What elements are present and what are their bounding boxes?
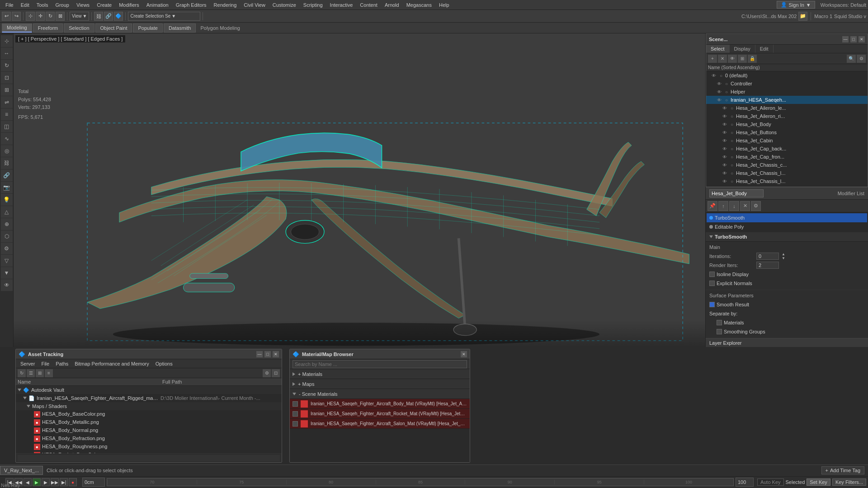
scene-close[interactable]: ✕ xyxy=(859,36,865,42)
asset-close-btn[interactable]: ✕ xyxy=(273,351,279,357)
material-item-0[interactable]: Iranian_HESA_Saeqeh_Fighter_Aircraft_Bod… xyxy=(290,399,470,409)
tool-link[interactable]: ⛓ xyxy=(1,157,13,169)
tool-unlink[interactable]: 🔗 xyxy=(1,169,13,181)
texture-item-3[interactable]: ■HESA_Body_Refraction.png xyxy=(16,435,282,443)
tool-filter2[interactable]: ▼ xyxy=(1,267,13,279)
freeze-icon[interactable]: ○ xyxy=(729,138,735,143)
menu-views[interactable]: Views xyxy=(73,1,93,9)
tool-filter[interactable]: ▽ xyxy=(1,255,13,267)
scene-maximize[interactable]: □ xyxy=(850,36,857,42)
tool-camera[interactable]: 📷 xyxy=(1,182,13,193)
freeze-icon[interactable]: ○ xyxy=(729,179,735,184)
scene-item-11[interactable]: 👁○Hesa_Jet_Chassis_c... xyxy=(706,161,868,169)
menu-rendering[interactable]: Rendering xyxy=(210,1,241,9)
menu-customize[interactable]: Customize xyxy=(269,1,300,9)
tool-rotate[interactable]: ↻ xyxy=(1,60,13,71)
visibility-icon[interactable]: 👁 xyxy=(716,89,722,94)
asset-tb-list[interactable]: ☰ xyxy=(27,369,35,377)
tool-geom[interactable]: ⬡ xyxy=(1,230,13,242)
toolbar-rotate[interactable]: ↻ xyxy=(46,12,55,21)
asset-menu-bitmap[interactable]: Bitmap Performance and Memory xyxy=(72,361,151,367)
tool-select-obj[interactable]: ⊹ xyxy=(1,35,13,47)
scene-item-13[interactable]: 👁○Hesa_Jet_Chassis_l... xyxy=(706,177,868,185)
asset-maximize-btn[interactable]: □ xyxy=(264,351,271,357)
asset-menu-file[interactable]: File xyxy=(38,361,52,367)
modifier-turbosmooth[interactable]: TurboSmooth xyxy=(707,213,867,222)
scene-item-7[interactable]: 👁○Hesa_Jet_Buttons xyxy=(706,128,868,136)
transport-record[interactable]: ● xyxy=(69,478,77,486)
asset-list[interactable]: 🔷 Autodesk Vault 📄 Iranian_HESA_Saeqeh_F… xyxy=(16,386,282,453)
transport-prev[interactable]: ◀ xyxy=(24,478,32,486)
scene-tab-select[interactable]: Select xyxy=(706,45,730,53)
scene-item-9[interactable]: 👁○Hesa_Jet_Cap_back... xyxy=(706,145,868,153)
asset-tb-details[interactable]: ≡ xyxy=(45,369,53,377)
smooth-result-checkbox[interactable] xyxy=(709,302,715,307)
menu-file[interactable]: File xyxy=(2,1,17,9)
mod-tb-move-down[interactable]: ↓ xyxy=(729,201,739,211)
asset-menu-options[interactable]: Options xyxy=(153,361,175,367)
scene-list[interactable]: 👁○0 (default)👁○Controller👁○Helper👁○Irani… xyxy=(706,71,868,187)
tool-light[interactable]: 💡 xyxy=(1,194,13,206)
scene-item-8[interactable]: 👁○Hesa_Jet_Cabin xyxy=(706,136,868,145)
menu-create[interactable]: Create xyxy=(93,1,115,9)
menu-scripting[interactable]: Scripting xyxy=(300,1,326,9)
tab-datasmith[interactable]: Datasmith xyxy=(164,23,196,33)
scene-item-3[interactable]: 👁○Iranian_HESA_Saeqeh... xyxy=(706,96,868,104)
menu-group[interactable]: Group xyxy=(52,1,73,9)
render-iters-input[interactable] xyxy=(756,262,779,269)
tool-layer[interactable]: ◫ xyxy=(1,121,13,132)
asset-tb-refresh[interactable]: ↻ xyxy=(18,369,26,377)
mod-tb-pin[interactable]: 📌 xyxy=(708,201,717,211)
texture-item-1[interactable]: ■HESA_Body_Metallic.png xyxy=(16,418,282,427)
tab-populate[interactable]: Populate xyxy=(133,23,162,33)
tool-scale[interactable]: ⊡ xyxy=(1,72,13,84)
scene-item-5[interactable]: 👁○Hesa_Jet_Aileron_ri... xyxy=(706,112,868,120)
freeze-icon[interactable]: ○ xyxy=(729,146,735,151)
scene-minimize[interactable]: — xyxy=(842,36,849,42)
iterations-arrows[interactable]: ▲ ▼ xyxy=(782,252,785,260)
main-file-item[interactable]: 📄 Iranian_HESA_Saeqeh_Fighter_Aircraft_R… xyxy=(16,394,282,402)
autodesk-vault-group[interactable]: 🔷 Autodesk Vault xyxy=(16,386,282,394)
maps-section[interactable]: + Maps xyxy=(290,379,470,389)
asset-tb-icons[interactable]: ⊞ xyxy=(36,369,44,377)
tab-modeling[interactable]: Modeling xyxy=(2,23,32,33)
visibility-icon[interactable]: 👁 xyxy=(722,155,728,160)
scene-tb-filter[interactable]: ⊞ xyxy=(738,55,747,63)
tool-align[interactable]: ≡ xyxy=(1,108,13,120)
sign-in-button[interactable]: 👤 Sign In ▼ xyxy=(777,1,815,9)
tool-move[interactable]: ↔ xyxy=(1,47,13,59)
menu-tools[interactable]: Tools xyxy=(33,1,52,9)
scene-tab-edit[interactable]: Edit xyxy=(755,45,774,53)
mod-tb-configure[interactable]: ⚙ xyxy=(751,201,761,211)
mod-tb-move-up[interactable]: ↑ xyxy=(718,201,728,211)
scene-item-2[interactable]: 👁○Helper xyxy=(706,88,868,96)
freeze-icon[interactable]: ○ xyxy=(718,73,724,78)
smoothing-groups-checkbox[interactable] xyxy=(717,329,722,334)
scene-tb-hide[interactable]: 👁 xyxy=(728,55,737,63)
modifier-editable-poly[interactable]: Editable Poly xyxy=(707,222,867,231)
view-dropdown[interactable]: View ▼ xyxy=(70,12,89,21)
scene-item-10[interactable]: 👁○Hesa_Jet_Cap_fron... xyxy=(706,153,868,161)
iter-down[interactable]: ▼ xyxy=(782,256,785,260)
timeline-bar[interactable]: 70 75 80 85 90 95 100 xyxy=(107,478,734,486)
menu-graph-editors[interactable]: Graph Editors xyxy=(172,1,210,9)
visibility-icon[interactable]: 👁 xyxy=(722,171,728,176)
visibility-icon[interactable]: 👁 xyxy=(722,146,728,151)
scene-item-0[interactable]: 👁○0 (default) xyxy=(706,71,868,80)
tool-system[interactable]: ⚙ xyxy=(1,243,13,254)
tool-helper[interactable]: ⊕ xyxy=(1,218,13,230)
menu-interactive[interactable]: Interactive xyxy=(326,1,357,9)
visibility-icon[interactable]: 👁 xyxy=(722,130,728,135)
visibility-icon[interactable]: 👁 xyxy=(722,138,728,143)
material-item-1[interactable]: Iranian_HESA_Saeqeh_Fighter_Aircraft_Roc… xyxy=(290,409,470,419)
transport-play[interactable]: ▶ xyxy=(33,478,41,486)
scene-item-4[interactable]: 👁○Hesa_Jet_Aileron_le... xyxy=(706,104,868,112)
browse-folder[interactable]: 📁 xyxy=(798,12,807,21)
mod-tb-delete[interactable]: ✕ xyxy=(740,201,750,211)
visibility-icon[interactable]: 👁 xyxy=(722,179,728,184)
transport-last[interactable]: ▶| xyxy=(60,478,68,486)
scene-item-6[interactable]: 👁○Hesa_Jet_Body xyxy=(706,120,868,128)
scene-search-btn[interactable]: 🔍 xyxy=(847,55,856,63)
toolbar-unlink[interactable]: 🔗 xyxy=(104,12,113,21)
texture-item-2[interactable]: ■HESA_Body_Normal.png xyxy=(16,427,282,435)
